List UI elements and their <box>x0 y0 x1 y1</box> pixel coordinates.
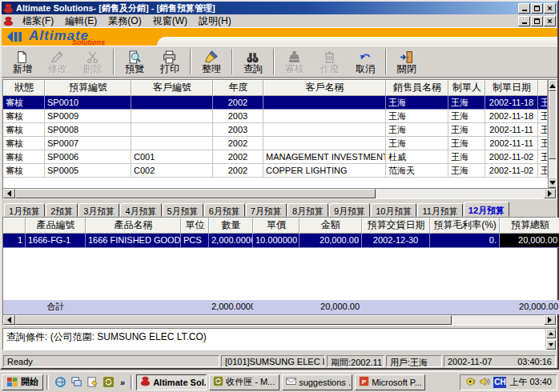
toolbar-button-binoculars[interactable]: 查詢 <box>235 47 271 76</box>
tab-month-11[interactable]: 11月預算 <box>417 203 462 217</box>
detail-grid-horizontal-scrollbar[interactable] <box>3 314 556 325</box>
detail-grid-cell[interactable]: 2,000.0000 <box>209 234 253 248</box>
tab-month-2[interactable]: 2預算 <box>46 203 78 217</box>
toolbar-button-undo[interactable]: 取消 <box>348 47 383 76</box>
budget-grid-cell[interactable]: 王海 <box>448 96 485 110</box>
tab-month-3[interactable]: 3月預算 <box>78 203 119 217</box>
detail-grid-cell[interactable]: 1 <box>3 234 26 248</box>
budget-grid-cell[interactable]: SP0008 <box>45 123 131 137</box>
budget-grid-cell[interactable]: 2002-11-18 <box>485 110 538 123</box>
tray-volume-icon[interactable] <box>479 376 490 389</box>
toolbar-button-preview[interactable]: 預覽 <box>117 47 152 76</box>
tab-month-8[interactable]: 8月預算 <box>288 203 328 217</box>
budget-grid-cell[interactable]: SP0009 <box>45 110 131 123</box>
scroll-up-button[interactable] <box>546 329 556 338</box>
budget-grid-cell[interactable]: COPPER LIGHTING <box>263 164 386 178</box>
menu-item-3[interactable]: 業務(O) <box>103 14 147 29</box>
quick-launch-overflow-chevron[interactable]: » <box>118 378 127 387</box>
restore-button[interactable] <box>531 3 543 14</box>
quick-launch-show-desktop-icon[interactable] <box>68 374 84 390</box>
quick-launch-ie-icon[interactable] <box>52 374 68 390</box>
budget-grid-cell[interactable]: SP0006 <box>45 150 131 164</box>
tab-month-4[interactable]: 4月預算 <box>120 203 161 217</box>
detail-grid-row-1[interactable]: 11666-FG-11666 FINISHED GOODSPCS2,000.00… <box>3 234 556 248</box>
task-button-1[interactable]: Altimate Sol... <box>136 374 207 390</box>
budget-grid-cell[interactable] <box>131 123 213 137</box>
budget-grid-cell[interactable]: 2002-11-11 <box>485 123 538 137</box>
budget-grid-cell[interactable]: 王海 <box>448 123 485 137</box>
budget-grid-cell[interactable]: 審核 <box>3 123 45 137</box>
scroll-right-button[interactable] <box>544 189 556 198</box>
budget-grid-cell[interactable]: 2003 <box>213 110 263 123</box>
budget-grid-cell[interactable]: 王 <box>538 150 548 164</box>
budget-grid-cell[interactable]: 王海 <box>448 110 485 123</box>
budget-grid-cell[interactable]: 2002 <box>213 96 263 110</box>
budget-grid-cell[interactable]: 王海 <box>386 137 448 150</box>
tab-month-10[interactable]: 10月預算 <box>371 203 416 217</box>
start-button[interactable]: 開始 <box>2 374 43 390</box>
budget-grid-cell[interactable]: 2002 <box>213 150 263 164</box>
budget-grid-cell[interactable]: 2002-11-02 <box>485 164 538 178</box>
input-method-indicator[interactable]: CH <box>493 377 506 388</box>
budget-grid-cell[interactable]: 王 <box>538 164 548 178</box>
scroll-up-button[interactable] <box>549 80 556 91</box>
quick-launch-outlook-express-icon[interactable] <box>100 374 116 390</box>
budget-grid-cell[interactable]: 2002-11-11 <box>485 137 538 150</box>
detail-grid-cell[interactable]: 0. <box>430 234 500 248</box>
budget-grid-row-6[interactable]: 審核SP0005C0022002COPPER LIGHTING范海天王海2002… <box>3 164 548 178</box>
toolbar-button-printer[interactable]: 打印 <box>152 47 187 76</box>
budget-grid-cell[interactable]: 王海 <box>448 164 485 178</box>
scroll-left-button[interactable] <box>3 315 15 325</box>
budget-grid-cell[interactable]: 2002-11-02 <box>485 150 538 164</box>
budget-grid-cell[interactable]: 審核 <box>3 137 45 150</box>
scroll-down-button[interactable] <box>549 177 556 188</box>
menu-item-5[interactable]: 說明(H) <box>193 14 237 29</box>
budget-grid-cell[interactable]: 王 <box>538 137 548 150</box>
budget-grid-cell[interactable]: 審核 <box>3 164 45 178</box>
budget-grid-cell[interactable]: SP0005 <box>45 164 131 178</box>
child-minimize-button[interactable] <box>518 16 530 26</box>
budget-grid-cell[interactable] <box>131 137 213 150</box>
budget-grid-cell[interactable] <box>263 123 386 137</box>
detail-grid-cell[interactable]: 10.000000 <box>253 234 300 248</box>
budget-grid-cell[interactable] <box>263 137 386 150</box>
budget-grid-cell[interactable]: 王海 <box>386 123 448 137</box>
budget-grid-row-4[interactable]: 審核SP00072002王海王海2002-11-11王 <box>3 137 548 150</box>
tab-month-12[interactable]: 12月預算 <box>464 202 509 217</box>
budget-grid-cell[interactable]: 審核 <box>3 110 45 123</box>
budget-grid-cell[interactable]: 王 <box>538 110 548 123</box>
budget-grid-vertical-scrollbar[interactable] <box>548 80 556 188</box>
tab-month-9[interactable]: 9月預算 <box>329 203 370 217</box>
budget-grid-cell[interactable] <box>263 96 386 110</box>
menu-item-4[interactable]: 視窗(W) <box>147 14 193 29</box>
budget-grid-cell[interactable]: 2003 <box>213 123 263 137</box>
scroll-left-button[interactable] <box>3 189 15 198</box>
scroll-thumb[interactable] <box>15 189 376 198</box>
scroll-track[interactable] <box>376 189 544 198</box>
query-panel-scrollbar[interactable] <box>545 329 556 350</box>
child-restore-button[interactable] <box>531 16 543 26</box>
toolbar-button-exit-door[interactable]: 關閉 <box>389 47 424 76</box>
budget-grid-cell[interactable]: 審核 <box>3 96 45 110</box>
tab-month-1[interactable]: 1月預算 <box>4 203 45 217</box>
minimize-button[interactable] <box>518 3 530 14</box>
budget-grid-row-1[interactable]: 審核SP00102002王海王海2002-11-18王 <box>3 96 548 110</box>
budget-grid-cell[interactable]: 王海 <box>448 137 485 150</box>
tab-month-5[interactable]: 5月預算 <box>163 203 203 217</box>
budget-grid-cell[interactable]: MANAGEMENT INVESTMENT & TEC <box>263 150 386 164</box>
close-button[interactable]: × <box>544 3 556 14</box>
scroll-track[interactable] <box>549 159 556 177</box>
budget-grid-horizontal-scrollbar[interactable] <box>3 188 556 198</box>
task-button-4[interactable]: PMicrosoft P... <box>355 374 425 390</box>
budget-grid-cell[interactable]: 審核 <box>3 150 45 164</box>
detail-grid-cell[interactable]: 20,000.00 <box>500 234 559 248</box>
detail-grid-cell[interactable]: 1666 FINISHED GOODS <box>86 234 181 248</box>
task-button-2[interactable]: 收件匣 - M... <box>209 374 280 390</box>
budget-grid-cell[interactable]: 王海 <box>448 150 485 164</box>
budget-grid-cell[interactable]: 2002 <box>213 137 263 150</box>
budget-grid-row-3[interactable]: 審核SP00082003王海王海2002-11-11王 <box>3 123 548 137</box>
budget-grid-cell[interactable]: 杜威 <box>386 150 448 164</box>
toolbar-button-new-document[interactable]: 新增 <box>5 47 40 76</box>
budget-grid-cell[interactable] <box>131 110 213 123</box>
budget-grid-cell[interactable]: 范海天 <box>386 164 448 178</box>
